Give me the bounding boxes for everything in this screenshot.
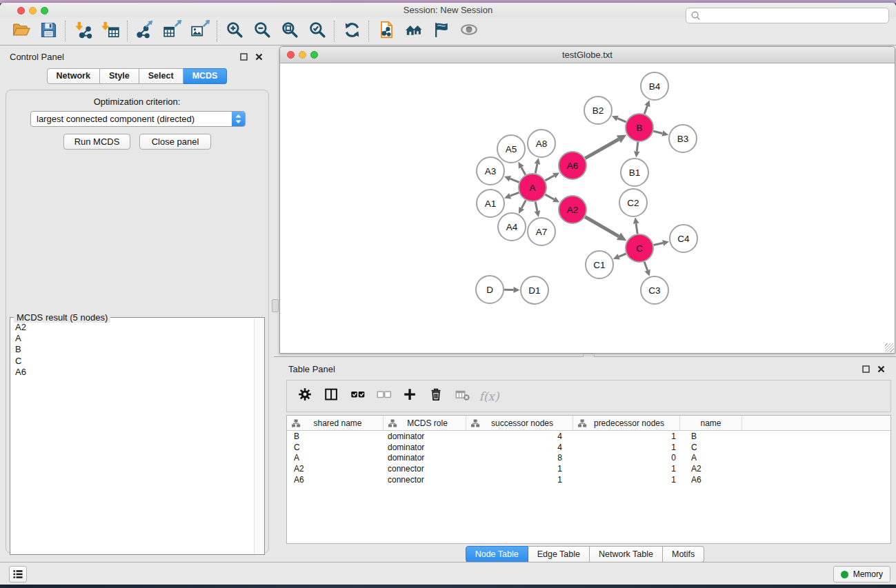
refresh-button[interactable] — [338, 19, 366, 43]
table-cell[interactable]: 1 — [466, 475, 573, 485]
column-header-successor-nodes[interactable]: successor nodes — [466, 416, 573, 430]
home-button[interactable] — [400, 19, 428, 43]
open-session-button[interactable] — [7, 19, 34, 43]
delete-table-button[interactable] — [450, 384, 476, 409]
edge-C-C4[interactable] — [654, 243, 664, 245]
edge-A-A6[interactable] — [545, 176, 554, 181]
select-all-button[interactable] — [345, 384, 371, 409]
graph-node-B2[interactable]: B2 — [584, 97, 612, 124]
float-panel-icon[interactable] — [239, 52, 249, 61]
graph-node-A[interactable]: A — [519, 174, 546, 201]
deselect-all-button[interactable] — [371, 384, 397, 409]
table-cell[interactable]: dominator — [384, 453, 466, 463]
table-cell[interactable]: connector — [384, 464, 466, 474]
graph-node-A6[interactable]: A6 — [559, 152, 586, 179]
close-panel-button[interactable]: Close panel — [139, 134, 211, 150]
graph-node-C3[interactable]: C3 — [641, 276, 668, 304]
table-cell[interactable]: C — [680, 443, 742, 452]
settings-gear-button[interactable] — [292, 384, 319, 409]
graph-node-C[interactable]: C — [626, 234, 653, 262]
table-cell[interactable]: 4 — [466, 443, 573, 452]
zoom-out-button[interactable] — [248, 19, 276, 43]
edge-A-A8[interactable] — [535, 164, 537, 174]
table-cell[interactable]: 1 — [573, 475, 680, 485]
search-input[interactable] — [704, 10, 888, 21]
import-table-button[interactable] — [97, 19, 124, 43]
edge-B-B2[interactable] — [617, 119, 626, 122]
result-scrollbar[interactable] — [254, 318, 263, 554]
network-canvas[interactable]: B4B2BB3A5A8A6B1A3AC2A1A2A4A7C4CC1C3DD1 — [280, 63, 895, 353]
table-row[interactable]: A2connector11A2 — [287, 463, 890, 474]
memory-button[interactable]: Memory — [833, 566, 890, 582]
table-cell[interactable]: 1 — [466, 464, 573, 474]
table-row[interactable]: A6connector11A6 — [287, 474, 890, 485]
table-cell[interactable]: B — [287, 432, 384, 441]
edge-A-A5[interactable] — [521, 168, 526, 175]
column-header-MCDS-role[interactable]: MCDS role — [384, 416, 466, 430]
table-cell[interactable]: 1 — [573, 432, 680, 441]
edge-A-A3[interactable] — [510, 179, 519, 182]
mcds-result-item[interactable]: C — [11, 356, 255, 367]
tab-motifs[interactable]: Motifs — [663, 546, 704, 562]
graph-node-A2[interactable]: A2 — [559, 196, 586, 223]
tab-network-table[interactable]: Network Table — [590, 546, 663, 562]
toggle-panels-button[interactable] — [319, 384, 345, 409]
delete-columns-button[interactable] — [424, 384, 450, 409]
mcds-result-item[interactable]: B — [11, 344, 255, 355]
tab-mcds[interactable]: MCDS — [183, 68, 228, 84]
import-network-button[interactable] — [69, 19, 97, 43]
zoom-selected-button[interactable] — [303, 19, 331, 43]
graph-node-A3[interactable]: A3 — [477, 157, 504, 185]
vertical-splitter-grip[interactable] — [272, 299, 279, 312]
edge-C-C1[interactable] — [619, 254, 626, 256]
graph-node-A5[interactable]: A5 — [497, 135, 525, 163]
table-cell[interactable]: 4 — [466, 432, 573, 441]
table-cell[interactable]: 1 — [573, 443, 680, 452]
column-header-shared-name[interactable]: shared name — [287, 416, 384, 430]
network-from-file-button[interactable] — [372, 19, 400, 43]
table-cell[interactable]: A6 — [287, 475, 384, 485]
table-cell[interactable]: A — [680, 453, 742, 463]
table-cell[interactable]: connector — [384, 475, 466, 485]
table-cell[interactable]: B — [680, 432, 742, 441]
table-row[interactable]: Cdominator41C — [287, 442, 890, 453]
mcds-result-item[interactable]: A — [11, 333, 255, 344]
search-box[interactable] — [686, 8, 889, 23]
edge-A6-B[interactable] — [585, 139, 619, 159]
edge-B-B4[interactable] — [644, 106, 647, 114]
table-row[interactable]: Adominator80A — [287, 453, 890, 464]
graph-node-D[interactable]: D — [476, 276, 504, 303]
tab-style[interactable]: Style — [100, 68, 139, 84]
graph-node-B[interactable]: B — [626, 114, 653, 141]
graph-node-A4[interactable]: A4 — [498, 213, 526, 241]
tab-network[interactable]: Network — [47, 68, 100, 84]
edge-B-B1[interactable] — [637, 142, 638, 152]
close-panel-icon[interactable] — [254, 52, 264, 61]
graph-node-C1[interactable]: C1 — [586, 251, 613, 278]
save-session-button[interactable] — [34, 19, 62, 43]
graph-node-C4[interactable]: C4 — [670, 225, 697, 252]
add-column-button[interactable] — [397, 384, 424, 409]
zoom-fit-button[interactable] — [276, 19, 303, 43]
tab-edge-table[interactable]: Edge Table — [528, 546, 590, 562]
graph-node-B1[interactable]: B1 — [621, 159, 648, 186]
graph-node-A1[interactable]: A1 — [477, 190, 504, 217]
eye-button[interactable] — [455, 19, 483, 43]
table-row[interactable]: Bdominator41B — [287, 431, 890, 442]
table-close-panel-icon[interactable] — [876, 364, 886, 374]
tab-select[interactable]: Select — [139, 68, 183, 84]
table-cell[interactable]: dominator — [384, 432, 466, 441]
graph-node-D1[interactable]: D1 — [521, 276, 548, 304]
edge-A2-C[interactable] — [585, 217, 619, 236]
export-table-button[interactable] — [159, 19, 186, 43]
edge-C-C2[interactable] — [636, 223, 637, 234]
mcds-result-item[interactable]: A2 — [11, 322, 255, 333]
function-builder-button[interactable]: f(x) — [476, 384, 502, 409]
graph-node-C2[interactable]: C2 — [619, 189, 647, 216]
tab-node-table[interactable]: Node Table — [466, 546, 528, 562]
window-resize-grip[interactable] — [885, 343, 894, 352]
column-header-name[interactable]: name — [680, 416, 742, 430]
run-mcds-button[interactable]: Run MCDS — [63, 134, 130, 150]
graph-node-A8[interactable]: A8 — [528, 130, 555, 157]
edge-C-C3[interactable] — [644, 262, 648, 271]
